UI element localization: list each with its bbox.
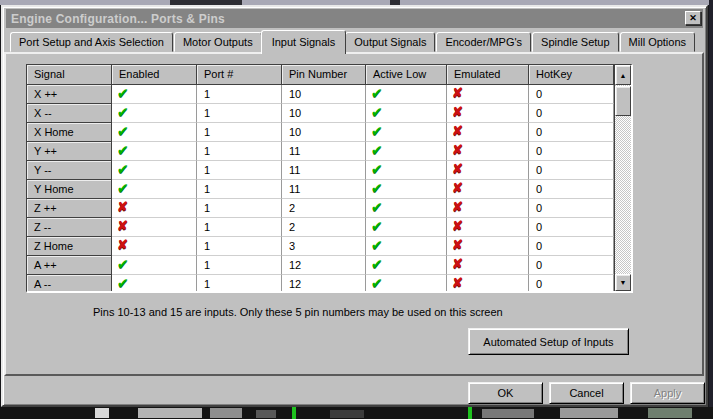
hotkey-cell[interactable]: 0 [529,104,614,123]
port-cell[interactable]: 1 [197,142,282,161]
check-icon: ✔ [371,275,383,291]
column-header: Pin Number [282,65,366,85]
enabled-cell[interactable]: ✘ [112,218,197,237]
pin-number-cell[interactable]: 12 [282,275,366,293]
row-header: Y ++ [27,142,112,161]
active-low-cell[interactable]: ✔ [366,218,447,237]
check-icon: ✔ [371,256,383,272]
hotkey-cell[interactable]: 0 [529,199,614,218]
enabled-cell[interactable]: ✔ [112,104,197,123]
active-low-cell[interactable]: ✔ [366,142,447,161]
tab-port-setup-and-axis-selection[interactable]: Port Setup and Axis Selection [10,32,173,52]
pin-number-cell[interactable]: 10 [282,85,366,104]
pin-number-cell[interactable]: 3 [282,237,366,256]
enabled-cell[interactable]: ✔ [112,161,197,180]
enabled-cell[interactable]: ✔ [112,123,197,142]
active-low-cell[interactable]: ✔ [366,256,447,275]
tab-spindle-setup[interactable]: Spindle Setup [532,32,619,52]
hotkey-cell[interactable]: 0 [529,180,614,199]
tab-encoder-mpg-s[interactable]: Encoder/MPG's [436,32,531,52]
column-header: Emulated [447,65,529,85]
emulated-cell[interactable]: ✘ [447,275,529,293]
close-button[interactable]: ✕ [685,11,701,25]
scroll-up-button[interactable]: ▲ [615,65,631,85]
port-cell[interactable]: 1 [197,275,282,293]
emulated-cell[interactable]: ✘ [447,237,529,256]
port-cell[interactable]: 1 [197,85,282,104]
hotkey-cell[interactable]: 0 [529,161,614,180]
active-low-cell[interactable]: ✔ [366,104,447,123]
table-scrollbar[interactable]: ▲ ▼ [614,65,631,291]
active-low-cell[interactable]: ✔ [366,161,447,180]
port-cell[interactable]: 1 [197,104,282,123]
pin-number-cell[interactable]: 2 [282,218,366,237]
port-cell[interactable]: 1 [197,218,282,237]
active-low-cell[interactable]: ✔ [366,180,447,199]
pin-number-cell[interactable]: 11 [282,180,366,199]
hotkey-cell[interactable]: 0 [529,275,614,293]
enabled-cell[interactable]: ✘ [112,199,197,218]
enabled-cell[interactable]: ✔ [112,85,197,104]
pin-number-cell[interactable]: 10 [282,123,366,142]
table-row: Z Home✘13✔✘0 [27,237,614,256]
active-low-cell[interactable]: ✔ [366,199,447,218]
tab-mill-options[interactable]: Mill Options [620,32,695,52]
row-header: Z ++ [27,199,112,218]
check-icon: ✔ [117,275,129,291]
cross-icon: ✘ [452,256,463,271]
pin-number-cell[interactable]: 11 [282,161,366,180]
port-cell[interactable]: 1 [197,161,282,180]
apply-button[interactable]: Apply [630,382,705,404]
port-cell[interactable]: 1 [197,180,282,199]
emulated-cell[interactable]: ✘ [447,180,529,199]
emulated-cell[interactable]: ✘ [447,199,529,218]
check-icon: ✔ [371,180,383,196]
active-low-cell[interactable]: ✔ [366,123,447,142]
hotkey-cell[interactable]: 0 [529,256,614,275]
hotkey-cell[interactable]: 0 [529,85,614,104]
emulated-cell[interactable]: ✘ [447,161,529,180]
enabled-cell[interactable]: ✔ [112,275,197,293]
hotkey-cell[interactable]: 0 [529,142,614,161]
hotkey-cell[interactable]: 0 [529,218,614,237]
active-low-cell[interactable]: ✔ [366,85,447,104]
port-cell[interactable]: 1 [197,237,282,256]
signals-grid: SignalEnabledPort #Pin NumberActive LowE… [27,65,614,293]
row-header: X ++ [27,85,112,104]
pin-number-cell[interactable]: 2 [282,199,366,218]
active-low-cell[interactable]: ✔ [366,275,447,293]
tab-input-signals[interactable]: Input Signals [261,30,347,54]
scrollbar-thumb[interactable] [615,86,631,116]
emulated-cell[interactable]: ✘ [447,85,529,104]
background-fragment [292,407,296,419]
enabled-cell[interactable]: ✔ [112,142,197,161]
pin-number-cell[interactable]: 11 [282,142,366,161]
background-fragment [330,410,364,418]
hotkey-cell[interactable]: 0 [529,123,614,142]
tab-output-signals[interactable]: Output Signals [345,32,435,52]
port-cell[interactable]: 1 [197,199,282,218]
active-low-cell[interactable]: ✔ [366,237,447,256]
port-cell[interactable]: 1 [197,123,282,142]
emulated-cell[interactable]: ✘ [447,142,529,161]
title-bar[interactable]: Engine Configuration... Ports & Pins ✕ [6,9,703,28]
automated-setup-button[interactable]: Automated Setup of Inputs [468,328,629,355]
hotkey-cell[interactable]: 0 [529,237,614,256]
emulated-cell[interactable]: ✘ [447,218,529,237]
scroll-down-button[interactable]: ▼ [615,274,631,291]
column-header: Signal [27,65,112,85]
column-header: Active Low [366,65,447,85]
emulated-cell[interactable]: ✘ [447,256,529,275]
enabled-cell[interactable]: ✔ [112,256,197,275]
pin-number-cell[interactable]: 10 [282,104,366,123]
emulated-cell[interactable]: ✘ [447,104,529,123]
enabled-cell[interactable]: ✘ [112,237,197,256]
check-icon: ✔ [371,142,383,158]
cancel-button[interactable]: Cancel [549,382,624,404]
enabled-cell[interactable]: ✔ [112,180,197,199]
port-cell[interactable]: 1 [197,256,282,275]
tab-motor-outputs[interactable]: Motor Outputs [174,32,262,52]
ok-button[interactable]: OK [468,382,543,404]
emulated-cell[interactable]: ✘ [447,123,529,142]
pin-number-cell[interactable]: 12 [282,256,366,275]
